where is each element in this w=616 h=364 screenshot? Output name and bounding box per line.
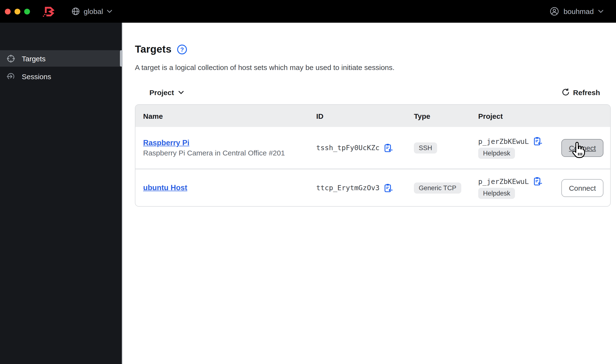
copy-icon[interactable]	[383, 183, 393, 192]
sidebar-scrollbar-thumb[interactable]	[120, 50, 122, 67]
chevron-down-icon	[598, 10, 603, 13]
boundary-logo-icon	[42, 5, 56, 18]
name-cell: ubuntu Host	[135, 183, 308, 192]
copy-icon[interactable]	[533, 137, 542, 146]
target-name-link[interactable]: Raspberry Pi	[143, 139, 189, 147]
scope-switcher[interactable]: global	[71, 7, 112, 15]
app-window: global bouhmad Target	[0, 0, 616, 364]
user-icon	[550, 7, 559, 16]
sidebar-item-label: Targets	[22, 54, 45, 63]
project-name-badge: Helpdesk	[478, 188, 515, 199]
refresh-icon	[562, 88, 570, 96]
entry-icon	[7, 72, 15, 80]
chevron-down-icon	[178, 91, 184, 94]
sidebar-item-sessions[interactable]: Sessions	[0, 68, 122, 84]
help-icon[interactable]: ?	[177, 44, 187, 54]
connect-button[interactable]: Connect	[561, 139, 603, 157]
column-header-project: Project	[470, 112, 554, 120]
scope-label: global	[84, 7, 103, 15]
project-name-badge: Helpdesk	[478, 148, 515, 159]
project-filter-dropdown[interactable]: Project	[149, 88, 184, 96]
close-button[interactable]	[5, 8, 11, 14]
refresh-button[interactable]: Refresh	[562, 88, 600, 96]
targets-table: Name ID Type Project Raspberry Pi Raspbe…	[135, 104, 611, 207]
sidebar: Targets Sessions	[0, 23, 123, 364]
page-header: Targets ?	[135, 43, 611, 55]
type-badge: Generic TCP	[414, 182, 461, 193]
sidebar-nav: Targets Sessions	[0, 23, 122, 84]
project-cell: p_jerZbKEwuL Helpdesk	[470, 177, 554, 199]
project-filter-label: Project	[149, 88, 174, 96]
titlebar: global bouhmad	[0, 0, 616, 23]
type-cell: Generic TCP	[406, 182, 470, 193]
table-row: ubuntu Host ttcp_ErytmGzOv3 Generic TCP	[135, 169, 610, 206]
column-header-name: Name	[135, 112, 308, 120]
target-icon	[7, 54, 15, 63]
type-badge: SSH	[414, 142, 437, 153]
column-header-type: Type	[406, 112, 470, 120]
page-title: Targets	[135, 43, 171, 55]
sidebar-item-label: Sessions	[22, 72, 51, 80]
action-cell: Connect	[554, 139, 611, 157]
table-header-row: Name ID Type Project	[135, 105, 610, 127]
target-description: Raspberry Pi Camera in Central Office #2…	[143, 149, 308, 157]
main-content: Targets ? A target is a logical collecti…	[123, 23, 616, 364]
table-row: Raspberry Pi Raspberry Pi Camera in Cent…	[135, 127, 610, 169]
target-id: ttcp_ErytmGzOv3	[316, 184, 379, 192]
connect-button[interactable]: Connect	[561, 179, 603, 197]
user-label: bouhmad	[563, 7, 594, 15]
target-name-link[interactable]: ubuntu Host	[143, 183, 187, 192]
sidebar-item-targets[interactable]: Targets	[0, 50, 122, 67]
page-description: A target is a logical collection of host…	[135, 63, 611, 71]
name-cell: Raspberry Pi Raspberry Pi Camera in Cent…	[135, 139, 308, 157]
minimize-button[interactable]	[14, 8, 20, 14]
action-cell: Connect	[554, 179, 611, 197]
id-cell: ttcp_ErytmGzOv3	[308, 183, 406, 192]
type-cell: SSH	[406, 142, 470, 153]
copy-icon[interactable]	[383, 143, 393, 152]
globe-icon	[71, 7, 80, 15]
target-id: tssh_tpFy0UcKZc	[316, 144, 379, 152]
id-cell: tssh_tpFy0UcKZc	[308, 143, 406, 152]
toolbar: Project Refresh	[135, 87, 611, 98]
window-controls	[5, 8, 30, 14]
project-cell: p_jerZbKEwuL Helpdesk	[470, 137, 554, 159]
column-header-id: ID	[308, 112, 406, 120]
project-id: p_jerZbKEwuL	[478, 177, 529, 185]
chevron-down-icon	[107, 10, 112, 13]
zoom-button[interactable]	[24, 8, 30, 14]
project-id: p_jerZbKEwuL	[478, 137, 529, 145]
refresh-label: Refresh	[573, 88, 600, 96]
svg-text:?: ?	[180, 46, 184, 53]
user-menu[interactable]: bouhmad	[550, 7, 603, 16]
copy-icon[interactable]	[533, 177, 542, 186]
